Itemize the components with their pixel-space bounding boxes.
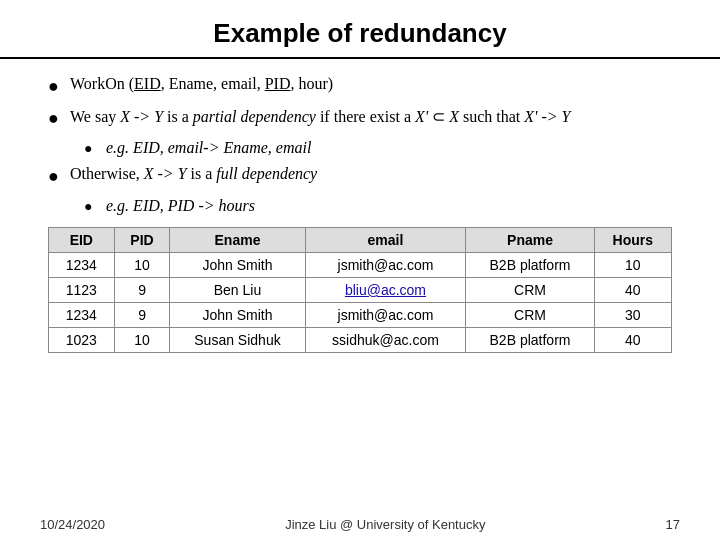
cell-ename: Ben Liu — [170, 278, 305, 303]
cell-ename: Susan Sidhuk — [170, 328, 305, 353]
bullet-dot-2: ● — [48, 108, 70, 129]
footer-page: 17 — [666, 517, 680, 532]
table-header-row: EID PID Ename email Pname Hours — [49, 228, 672, 253]
cell-eid: 1023 — [49, 328, 115, 353]
email-link[interactable]: bliu@ac.com — [345, 282, 426, 298]
cell-email: jsmith@ac.com — [305, 303, 466, 328]
table-row: 1234 10 John Smith jsmith@ac.com B2B pla… — [49, 253, 672, 278]
bullet-dot-1: ● — [48, 76, 70, 97]
bullet-2: ● We say X -> Y is a partial dependency … — [48, 107, 672, 129]
cell-pname: B2B platform — [466, 328, 594, 353]
col-header-ename: Ename — [170, 228, 305, 253]
footer-credit: Jinze Liu @ University of Kentucky — [285, 517, 485, 532]
content-area: ● WorkOn (EID, Ename, email, PID, hour) … — [0, 75, 720, 353]
sub-bullet-dot-3a: ● — [84, 199, 106, 215]
bullet-1: ● WorkOn (EID, Ename, email, PID, hour) — [48, 75, 672, 97]
cell-email: ssidhuk@ac.com — [305, 328, 466, 353]
cell-eid: 1234 — [49, 253, 115, 278]
sub-bullet-3a-text: e.g. EID, PID -> hours — [106, 197, 255, 215]
table-row: 1023 10 Susan Sidhuk ssidhuk@ac.com B2B … — [49, 328, 672, 353]
table-row: 1234 9 John Smith jsmith@ac.com CRM 30 — [49, 303, 672, 328]
cell-email: bliu@ac.com — [305, 278, 466, 303]
cell-eid: 1123 — [49, 278, 115, 303]
sub-bullet-2a: ● e.g. EID, email-> Ename, email — [84, 139, 672, 157]
cell-pname: B2B platform — [466, 253, 594, 278]
bullet-3: ● Otherwise, X -> Y is a full dependency — [48, 165, 672, 187]
cell-ename: John Smith — [170, 303, 305, 328]
col-header-email: email — [305, 228, 466, 253]
cell-hours: 40 — [594, 278, 671, 303]
col-header-hours: Hours — [594, 228, 671, 253]
cell-pname: CRM — [466, 303, 594, 328]
cell-pid: 10 — [114, 253, 170, 278]
cell-hours: 40 — [594, 328, 671, 353]
col-header-pname: Pname — [466, 228, 594, 253]
data-table: EID PID Ename email Pname Hours 1234 10 … — [48, 227, 672, 353]
cell-pid: 9 — [114, 278, 170, 303]
cell-pid: 9 — [114, 303, 170, 328]
cell-pid: 10 — [114, 328, 170, 353]
cell-pname: CRM — [466, 278, 594, 303]
sub-bullet-dot-2a: ● — [84, 141, 106, 157]
sub-bullet-3a: ● e.g. EID, PID -> hours — [84, 197, 672, 215]
footer: 10/24/2020 Jinze Liu @ University of Ken… — [0, 517, 720, 532]
bullet-dot-3: ● — [48, 166, 70, 187]
data-table-container: EID PID Ename email Pname Hours 1234 10 … — [48, 227, 672, 353]
cell-eid: 1234 — [49, 303, 115, 328]
col-header-pid: PID — [114, 228, 170, 253]
slide: Example of redundancy ● WorkOn (EID, Ena… — [0, 0, 720, 540]
bullet-2-text: We say X -> Y is a partial dependency if… — [70, 107, 571, 126]
cell-hours: 10 — [594, 253, 671, 278]
bullet-3-text: Otherwise, X -> Y is a full dependency — [70, 165, 317, 183]
title-bar: Example of redundancy — [0, 0, 720, 59]
slide-title: Example of redundancy — [213, 18, 506, 48]
bullet-1-text: WorkOn (EID, Ename, email, PID, hour) — [70, 75, 333, 93]
cell-ename: John Smith — [170, 253, 305, 278]
sub-bullet-2a-text: e.g. EID, email-> Ename, email — [106, 139, 311, 157]
col-header-eid: EID — [49, 228, 115, 253]
footer-date: 10/24/2020 — [40, 517, 105, 532]
table-row: 1123 9 Ben Liu bliu@ac.com CRM 40 — [49, 278, 672, 303]
cell-hours: 30 — [594, 303, 671, 328]
cell-email: jsmith@ac.com — [305, 253, 466, 278]
